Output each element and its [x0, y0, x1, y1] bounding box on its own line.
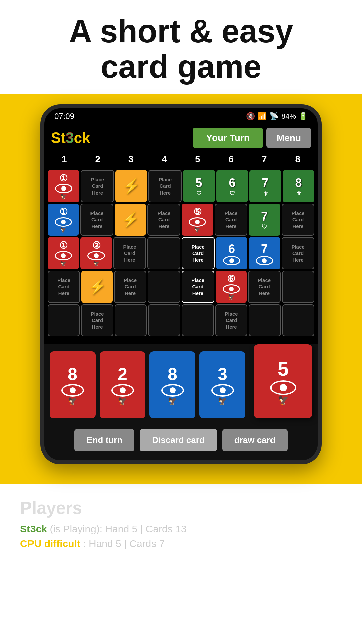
player2-info: : Hand 5 | Cards 7	[83, 538, 165, 549]
card-r5-c5[interactable]	[182, 304, 214, 336]
card-r1-c4[interactable]: PlaceCardHere	[148, 170, 182, 202]
draw-card-button[interactable]: draw card	[222, 429, 288, 451]
board-row-2: ① 🦅 PlaceCardHere ⚡ PlaceCardHere	[48, 204, 314, 236]
card-r1-c1[interactable]: ① 🦅	[48, 170, 79, 202]
player2-name: CPU difficult	[20, 538, 80, 549]
card-r5-c2[interactable]: PlaceCardHere	[81, 304, 113, 336]
phone-mockup: 07:09 🔇 📶 📡 84% 🔋 St3ck Your Turn Menu 1…	[40, 104, 322, 464]
card-r4-c6[interactable]: ⑥ 🦅	[216, 271, 247, 303]
card-r2-c6[interactable]: PlaceCardHere	[215, 204, 247, 236]
status-bar: 07:09 🔇 📶 📡 84% 🔋	[44, 108, 318, 124]
col-header-2: 2	[81, 151, 115, 167]
card-r2-c3[interactable]: ⚡	[115, 204, 146, 236]
battery-level: 84%	[281, 112, 296, 121]
card-r4-c3[interactable]: PlaceCardHere	[114, 271, 146, 303]
card-r2-c8[interactable]: PlaceCardHere	[282, 204, 314, 236]
player-row-1: St3ck (is Playing): Hand 5 | Cards 13	[20, 523, 342, 535]
game-header: St3ck Your Turn Menu	[44, 124, 318, 151]
col-header-1: 1	[48, 151, 81, 167]
card-r3-c1[interactable]: ① 🦅	[48, 237, 79, 269]
card-r3-c3[interactable]: PlaceCardHere	[113, 237, 146, 269]
mute-icon: 🔇	[246, 112, 255, 121]
card-r5-c4[interactable]	[148, 304, 180, 336]
card-r5-c8[interactable]	[282, 304, 314, 336]
card-r4-c2[interactable]: ⚡	[81, 271, 113, 303]
discard-card-button[interactable]: Discard card	[140, 429, 217, 451]
wifi-icon: 📶	[258, 112, 267, 121]
col-header-3: 3	[114, 151, 148, 167]
hand-card-blue-3[interactable]: 3 🦅	[199, 351, 245, 418]
end-turn-button[interactable]: End turn	[74, 429, 134, 451]
card-r2-c4[interactable]: PlaceCardHere	[147, 204, 180, 236]
top-header: A short & easycard game	[0, 0, 362, 94]
card-r4-c7[interactable]: PlaceCardHere	[248, 271, 281, 303]
card-r1-c6[interactable]: 6 🛡	[216, 170, 248, 202]
player1-name: St3ck	[20, 523, 47, 534]
card-r5-c7[interactable]	[249, 304, 281, 336]
hand-card-special-red-5[interactable]: 5 🦅	[254, 344, 312, 418]
card-r1-c7[interactable]: 7 🗡	[249, 170, 281, 202]
hand-card-blue-8[interactable]: 8 🦅	[149, 351, 195, 418]
board-row-4: PlaceCardHere ⚡ PlaceCardHere PlaceCardH…	[48, 271, 314, 303]
hand-area: 8 🦅 2 🦅 8 🦅 3	[44, 344, 318, 460]
col-header-6: 6	[215, 151, 248, 167]
status-icons: 🔇 📶 📡 84% 🔋	[246, 112, 308, 121]
col-header-5: 5	[181, 151, 215, 167]
menu-button[interactable]: Menu	[266, 128, 311, 148]
board-row-1: ① 🦅 PlaceCardHere ⚡ PlaceCardHere	[48, 170, 314, 202]
card-r4-c5[interactable]: PlaceCardHere	[182, 271, 214, 303]
player1-info: (is Playing): Hand 5 | Cards 13	[50, 523, 186, 534]
card-r4-c8[interactable]	[282, 271, 314, 303]
players-section: Players St3ck (is Playing): Hand 5 | Car…	[0, 484, 362, 566]
game-board: ① 🦅 PlaceCardHere ⚡ PlaceCardHere	[44, 167, 318, 344]
col-header-7: 7	[248, 151, 281, 167]
players-title: Players	[20, 498, 342, 518]
main-title: A short & easycard game	[20, 13, 342, 84]
your-turn-button[interactable]: Your Turn	[193, 128, 263, 148]
column-headers: 1 2 3 4 5 6 7 8	[44, 151, 318, 167]
card-r5-c6[interactable]: PlaceCardHere	[215, 304, 247, 336]
board-row-5: PlaceCardHere PlaceCardHere	[48, 304, 314, 336]
status-time: 07:09	[54, 112, 74, 121]
card-r1-c2[interactable]: PlaceCardHere	[81, 170, 114, 202]
yellow-background: 07:09 🔇 📶 📡 84% 🔋 St3ck Your Turn Menu 1…	[0, 94, 362, 484]
card-r1-c8[interactable]: 8 🗡	[283, 170, 314, 202]
card-r2-c5[interactable]: ⑤ 🦅	[182, 204, 213, 236]
card-r5-c3[interactable]	[115, 304, 147, 336]
card-r4-c4[interactable]	[148, 271, 180, 303]
player-row-2: CPU difficult : Hand 5 | Cards 7	[20, 538, 342, 549]
board-row-3: ① 🦅 ② 🦅 PlaceCardHere	[48, 237, 314, 269]
hand-cards: 8 🦅 2 🦅 8 🦅 3	[50, 351, 312, 418]
card-r1-c3[interactable]: ⚡	[115, 170, 147, 202]
card-r2-c1[interactable]: ① 🦅	[48, 204, 79, 236]
card-r3-c7[interactable]: 7	[249, 237, 280, 269]
card-r3-c5[interactable]: PlaceCardHere	[182, 237, 215, 269]
game-logo: St3ck	[51, 129, 189, 146]
col-header-4: 4	[148, 151, 181, 167]
card-r3-c8[interactable]: PlaceCardHere	[282, 237, 314, 269]
hand-card-red-8[interactable]: 8 🦅	[50, 351, 96, 418]
hand-card-red-2[interactable]: 2 🦅	[100, 351, 145, 418]
action-buttons: End turn Discard card draw card	[50, 424, 312, 457]
card-r3-c6[interactable]: 6	[216, 237, 247, 269]
card-r2-c7[interactable]: 7 🛡	[249, 204, 280, 236]
signal-icon: 📡	[269, 112, 279, 121]
card-r1-c5[interactable]: 5 🛡	[183, 170, 215, 202]
col-header-8: 8	[281, 151, 315, 167]
card-r5-c1[interactable]	[48, 304, 80, 336]
card-r3-c2[interactable]: ② 🦅	[80, 237, 112, 269]
card-r3-c4[interactable]	[147, 237, 180, 269]
card-r2-c2[interactable]: PlaceCardHere	[80, 204, 113, 236]
battery-icon: 🔋	[299, 112, 308, 121]
card-r4-c1[interactable]: PlaceCardHere	[48, 271, 80, 303]
